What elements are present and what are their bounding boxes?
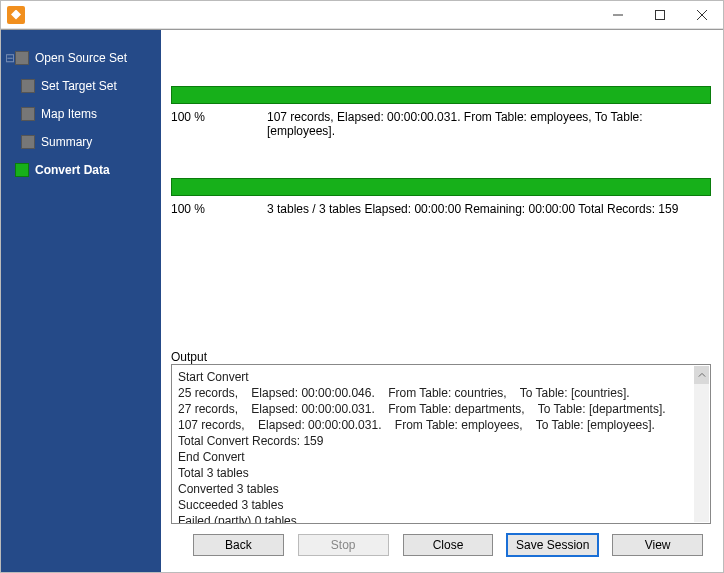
step-map-items[interactable]: Map Items: [21, 100, 157, 128]
output-text: Start Convert 25 records, Elapsed: 00:00…: [178, 369, 706, 524]
app-icon: [7, 6, 25, 24]
step-label: Convert Data: [35, 163, 110, 177]
step-box-icon: [21, 107, 35, 121]
progress-detail: 3 tables / 3 tables Elapsed: 00:00:00 Re…: [267, 202, 711, 216]
close-button[interactable]: [681, 1, 723, 29]
step-box-icon: [15, 51, 29, 65]
sidebar: ⊟ Open Source Set Set Target Set Map Ite…: [1, 30, 161, 572]
minimize-button[interactable]: [597, 1, 639, 29]
progress-status-current: 100 % 107 records, Elapsed: 00:00:00.031…: [171, 110, 711, 138]
wizard-steps: ⊟ Open Source Set Set Target Set Map Ite…: [5, 44, 157, 184]
progress-bar-total: [171, 178, 711, 196]
button-bar: Back Stop Close Save Session View: [185, 524, 711, 564]
back-button[interactable]: Back: [193, 534, 284, 556]
step-set-target-set[interactable]: Set Target Set: [21, 72, 157, 100]
progress-bar-current: [171, 86, 711, 104]
content-area: ⊟ Open Source Set Set Target Set Map Ite…: [1, 29, 723, 572]
output-log[interactable]: Start Convert 25 records, Elapsed: 00:00…: [171, 364, 711, 524]
step-box-icon: [21, 135, 35, 149]
step-convert-data[interactable]: Convert Data: [5, 156, 157, 184]
progress-status-total: 100 % 3 tables / 3 tables Elapsed: 00:00…: [171, 202, 711, 216]
maximize-button[interactable]: [639, 1, 681, 29]
step-open-source-set[interactable]: ⊟ Open Source Set: [5, 44, 157, 72]
stop-button: Stop: [298, 534, 389, 556]
step-box-icon: [21, 79, 35, 93]
step-label: Open Source Set: [35, 51, 127, 65]
output-label: Output: [171, 350, 711, 364]
progress-detail: 107 records, Elapsed: 00:00:00.031. From…: [267, 110, 711, 138]
close-dialog-button[interactable]: Close: [403, 534, 494, 556]
save-session-button[interactable]: Save Session: [507, 534, 598, 556]
step-label: Map Items: [41, 107, 97, 121]
progress-percent: 100 %: [171, 202, 267, 216]
app-window: ⊟ Open Source Set Set Target Set Map Ite…: [0, 0, 724, 573]
progress-percent: 100 %: [171, 110, 267, 138]
titlebar: [1, 1, 723, 29]
main-panel: 100 % 107 records, Elapsed: 00:00:00.031…: [161, 30, 723, 572]
step-label: Set Target Set: [41, 79, 117, 93]
step-box-icon: [15, 163, 29, 177]
step-summary[interactable]: Summary: [21, 128, 157, 156]
view-button[interactable]: View: [612, 534, 703, 556]
step-label: Summary: [41, 135, 92, 149]
window-controls: [597, 1, 723, 29]
svg-rect-1: [656, 10, 665, 19]
